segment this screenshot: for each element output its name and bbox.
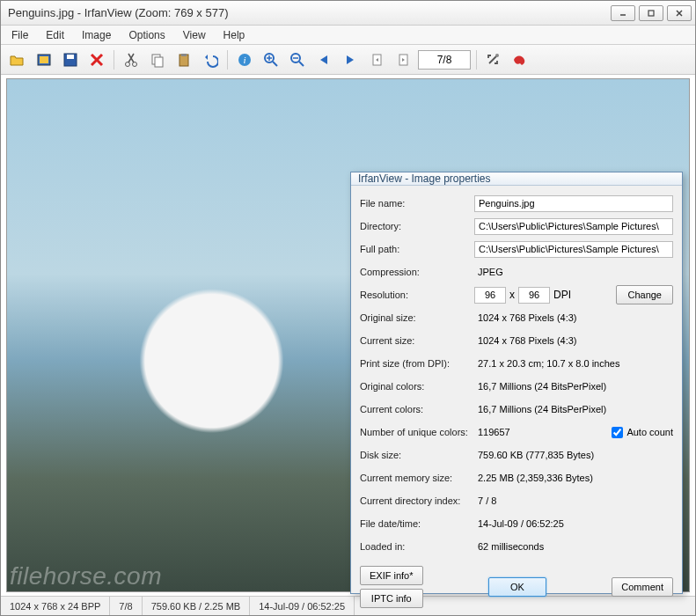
resolution-dpi-label: DPI bbox=[553, 289, 571, 301]
toolbar-separator bbox=[114, 50, 114, 70]
value-original-colors: 16,7 Millions (24 BitsPerPixel) bbox=[474, 378, 673, 395]
dialog-body: File name:Penguins.jpg Directory:C:\User… bbox=[351, 186, 682, 561]
settings-icon[interactable] bbox=[482, 48, 505, 71]
dialog-footer: EXIF info* IPTC info OK Comment bbox=[351, 561, 682, 615]
open-icon[interactable] bbox=[6, 48, 29, 71]
resolution-x-input[interactable] bbox=[474, 287, 506, 304]
label-filename: File name: bbox=[360, 198, 474, 209]
value-filename[interactable]: Penguins.jpg bbox=[474, 195, 673, 212]
resolution-y-input[interactable] bbox=[518, 287, 550, 304]
svg-text:i: i bbox=[243, 55, 245, 65]
svg-rect-13 bbox=[155, 57, 163, 67]
value-directory[interactable]: C:\Users\Public\Pictures\Sample Pictures… bbox=[474, 218, 673, 235]
status-date: 14-Jul-09 / 06:52:25 bbox=[250, 597, 355, 615]
value-loaded-in: 62 milliseconds bbox=[474, 539, 673, 555]
menu-image[interactable]: Image bbox=[75, 27, 118, 43]
exif-button[interactable]: EXIF info* bbox=[360, 566, 423, 585]
window-controls bbox=[611, 5, 692, 21]
maximize-button[interactable] bbox=[639, 5, 663, 21]
nav-index-input[interactable]: 7/8 bbox=[418, 50, 471, 70]
close-button[interactable] bbox=[667, 5, 692, 21]
zoom-out-icon[interactable] bbox=[286, 48, 309, 71]
iptc-button[interactable]: IPTC info bbox=[360, 589, 423, 608]
status-size: 759.60 KB / 2.25 MB bbox=[143, 597, 251, 615]
toolbar-separator bbox=[227, 50, 228, 70]
titlebar: Penguins.jpg - IrfanView (Zoom: 769 x 57… bbox=[1, 1, 695, 26]
auto-count-label: Auto count bbox=[626, 427, 673, 437]
delete-icon[interactable] bbox=[85, 48, 108, 71]
value-current-colors: 16,7 Millions (24 BitsPerPixel) bbox=[474, 401, 673, 418]
value-file-date: 14-Jul-09 / 06:52:25 bbox=[474, 516, 673, 532]
toolbar: i 7/8 bbox=[1, 45, 695, 75]
svg-rect-7 bbox=[67, 55, 74, 59]
auto-count-check[interactable] bbox=[612, 427, 623, 438]
svg-point-10 bbox=[126, 62, 130, 66]
value-memory-size: 2.25 MB (2,359,336 Bytes) bbox=[474, 470, 673, 487]
label-memory-size: Current memory size: bbox=[360, 473, 474, 483]
properties-dialog: IrfanView - Image properties File name:P… bbox=[350, 172, 683, 594]
svg-point-11 bbox=[133, 62, 137, 66]
auto-count-checkbox[interactable]: Auto count bbox=[612, 427, 673, 438]
info-icon[interactable]: i bbox=[233, 48, 256, 71]
menu-options[interactable]: Options bbox=[121, 27, 172, 43]
watermark-text: filehorse.com bbox=[10, 562, 162, 590]
status-dimensions: 1024 x 768 x 24 BPP bbox=[1, 597, 110, 615]
resolution-sep: x bbox=[509, 289, 515, 301]
menu-view[interactable]: View bbox=[176, 27, 213, 43]
value-dir-index: 7 / 8 bbox=[474, 493, 673, 510]
label-dir-index: Current directory index: bbox=[360, 495, 474, 506]
label-loaded-in: Loaded in: bbox=[360, 541, 474, 552]
toolbar-separator bbox=[476, 50, 477, 70]
label-compression: Compression: bbox=[360, 267, 474, 277]
label-file-date: File date/time: bbox=[360, 518, 474, 529]
next-icon[interactable] bbox=[339, 48, 362, 71]
value-unique-colors: 119657 bbox=[474, 424, 536, 441]
svg-rect-15 bbox=[181, 54, 187, 56]
menu-edit[interactable]: Edit bbox=[39, 27, 71, 43]
label-disk-size: Disk size: bbox=[360, 450, 474, 460]
svg-point-27 bbox=[495, 54, 499, 57]
label-original-size: Original size: bbox=[360, 312, 474, 323]
value-original-size: 1024 x 768 Pixels (4:3) bbox=[474, 310, 673, 326]
zoom-in-icon[interactable] bbox=[260, 48, 282, 71]
window-title: Penguins.jpg - IrfanView (Zoom: 769 x 57… bbox=[8, 6, 611, 19]
menu-help[interactable]: Help bbox=[216, 27, 253, 43]
prev-page-icon[interactable] bbox=[365, 48, 388, 71]
svg-rect-1 bbox=[648, 11, 654, 16]
status-index: 7/8 bbox=[110, 597, 142, 615]
label-current-colors: Current colors: bbox=[360, 404, 474, 414]
undo-icon[interactable] bbox=[199, 48, 222, 71]
label-directory: Directory: bbox=[360, 221, 474, 231]
label-resolution: Resolution: bbox=[360, 290, 474, 300]
cut-icon[interactable] bbox=[120, 48, 143, 71]
svg-rect-5 bbox=[40, 56, 48, 63]
label-original-colors: Original colors: bbox=[360, 381, 474, 392]
value-disk-size: 759.60 KB (777,835 Bytes) bbox=[474, 447, 673, 464]
value-fullpath[interactable]: C:\Users\Public\Pictures\Sample Pictures… bbox=[474, 241, 673, 258]
value-compression: JPEG bbox=[474, 264, 673, 281]
minimize-button[interactable] bbox=[611, 5, 635, 21]
svg-line-19 bbox=[273, 62, 277, 66]
label-unique-colors: Number of unique colors: bbox=[360, 427, 474, 437]
ok-button[interactable]: OK bbox=[488, 577, 546, 597]
change-button[interactable]: Change bbox=[616, 285, 673, 304]
menu-file[interactable]: File bbox=[4, 27, 35, 43]
dialog-title: IrfanView - Image properties bbox=[351, 172, 682, 186]
prev-icon[interactable] bbox=[312, 48, 335, 71]
next-page-icon[interactable] bbox=[392, 48, 414, 71]
menubar: File Edit Image Options View Help bbox=[1, 26, 695, 45]
label-current-size: Current size: bbox=[360, 335, 474, 346]
comment-button[interactable]: Comment bbox=[612, 577, 673, 597]
label-fullpath: Full path: bbox=[360, 244, 474, 254]
save-icon[interactable] bbox=[59, 48, 82, 71]
slideshow-icon[interactable] bbox=[33, 48, 55, 71]
copy-icon[interactable] bbox=[146, 48, 169, 71]
paste-icon[interactable] bbox=[172, 48, 195, 71]
about-icon[interactable] bbox=[509, 48, 531, 71]
label-print-size: Print size (from DPI): bbox=[360, 358, 474, 369]
value-print-size: 27.1 x 20.3 cm; 10.7 x 8.0 inches bbox=[474, 356, 673, 372]
value-current-size: 1024 x 768 Pixels (4:3) bbox=[474, 333, 673, 349]
svg-line-23 bbox=[299, 62, 304, 66]
